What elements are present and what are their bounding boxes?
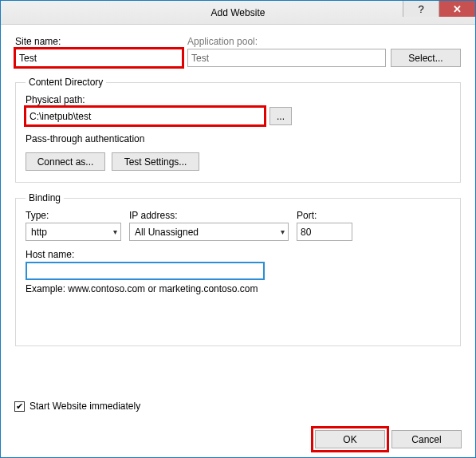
ip-label: IP address: [129, 210, 289, 221]
chevron-down-icon: ▾ [113, 227, 117, 236]
app-pool-input [187, 49, 386, 67]
dialog-body: Site name: Application pool: Select... C… [1, 25, 475, 354]
binding-group: Binding Type: http ▾ IP address: All Una… [15, 192, 461, 346]
host-label: Host name: [26, 249, 450, 260]
titlebar: Add Website ? ✕ [1, 1, 475, 25]
close-icon: ✕ [453, 3, 462, 15]
start-immediately-row[interactable]: ✔ Start Website immediately [14, 401, 140, 412]
select-app-pool-button[interactable]: Select... [391, 49, 461, 67]
site-name-label: Site name: [15, 36, 183, 47]
close-button[interactable]: ✕ [439, 1, 475, 17]
host-name-input[interactable] [26, 262, 265, 280]
physical-path-input[interactable] [26, 107, 265, 125]
port-input[interactable] [297, 223, 352, 241]
ok-button[interactable]: OK [315, 430, 385, 448]
host-example: Example: www.contoso.com or marketing.co… [26, 283, 450, 294]
passthrough-label: Pass-through authentication [26, 133, 450, 144]
browse-path-button[interactable]: ... [269, 107, 292, 125]
window-controls: ? ✕ [403, 1, 475, 24]
content-directory-legend: Content Directory [26, 77, 106, 88]
check-icon: ✔ [16, 402, 23, 411]
type-label: Type: [26, 210, 121, 221]
cancel-button[interactable]: Cancel [391, 430, 462, 448]
physical-path-label: Physical path: [26, 94, 450, 105]
type-value: http [31, 227, 47, 238]
help-button[interactable]: ? [403, 1, 439, 17]
app-pool-label: Application pool: [187, 36, 461, 47]
binding-legend: Binding [26, 192, 64, 203]
start-immediately-checkbox[interactable]: ✔ [14, 401, 25, 412]
connect-as-button[interactable]: Connect as... [26, 152, 105, 171]
port-label: Port: [297, 210, 352, 221]
dialog-footer: OK Cancel [315, 430, 462, 448]
site-name-input[interactable] [15, 49, 183, 67]
ip-select[interactable]: All Unassigned ▾ [129, 223, 289, 241]
type-select[interactable]: http ▾ [26, 223, 121, 241]
ip-value: All Unassigned [135, 227, 199, 238]
chevron-down-icon: ▾ [281, 227, 285, 236]
start-immediately-label: Start Website immediately [30, 401, 140, 412]
content-directory-group: Content Directory Physical path: ... Pas… [15, 77, 461, 183]
test-settings-button[interactable]: Test Settings... [112, 152, 199, 171]
help-icon: ? [418, 3, 423, 15]
